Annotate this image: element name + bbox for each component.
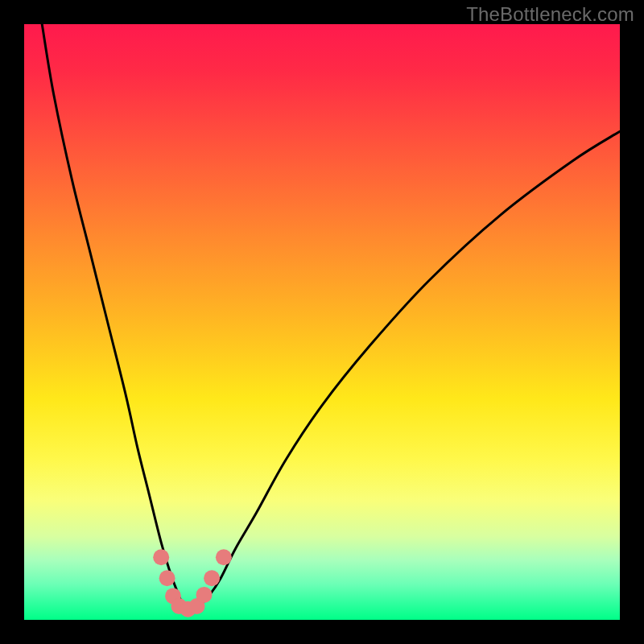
- highlight-dots-group: [153, 549, 232, 617]
- highlight-dot: [153, 549, 169, 565]
- plot-area: [24, 24, 620, 620]
- watermark-text: TheBottleneck.com: [466, 3, 634, 26]
- highlight-dot: [216, 549, 232, 565]
- highlight-dot: [204, 570, 220, 586]
- chart-frame: TheBottleneck.com: [0, 0, 644, 644]
- highlight-dot: [159, 570, 175, 586]
- highlight-dot: [196, 587, 213, 603]
- bottleneck-curve-path: [42, 24, 620, 609]
- curve-layer: [24, 24, 620, 620]
